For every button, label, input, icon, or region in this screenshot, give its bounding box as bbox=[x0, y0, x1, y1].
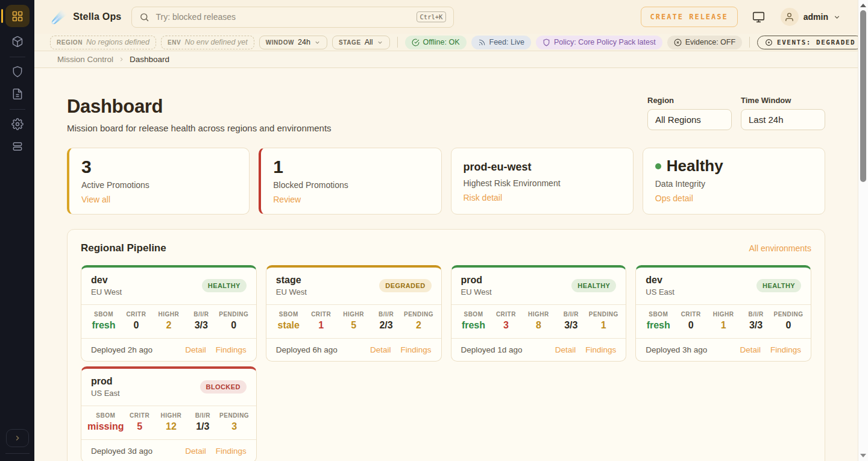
deployed-timestamp: Deployed 6h ago bbox=[276, 345, 338, 354]
stat-value: 1/3 bbox=[187, 421, 218, 432]
x-circle-icon bbox=[674, 39, 682, 46]
scrollbar[interactable] bbox=[858, 0, 868, 461]
create-release-button[interactable]: CREATE RELEASE bbox=[641, 7, 738, 27]
review-link[interactable]: Review bbox=[273, 195, 301, 204]
region-filter[interactable]: REGION No regions defined bbox=[50, 36, 156, 49]
app-title: Stella Ops bbox=[73, 11, 121, 22]
stat-value: missing bbox=[87, 421, 124, 432]
stat-value: 0 bbox=[772, 320, 805, 331]
stat-label: B/I/R bbox=[740, 311, 772, 318]
stat-label: PENDING bbox=[587, 311, 620, 318]
check-circle-icon bbox=[412, 39, 420, 46]
detail-link[interactable]: Detail bbox=[555, 345, 576, 354]
region-select[interactable]: All Regions bbox=[647, 109, 732, 130]
metric-label: Highest Risk Environment bbox=[464, 178, 621, 188]
green-status-dot bbox=[655, 163, 661, 169]
avatar bbox=[781, 8, 799, 26]
findings-link[interactable]: Findings bbox=[400, 345, 431, 354]
sidebar-item-releases[interactable] bbox=[5, 34, 30, 49]
stat-label: B/I/R bbox=[555, 311, 587, 318]
search-icon bbox=[139, 12, 149, 22]
sidebar-item-documents[interactable] bbox=[5, 86, 30, 102]
pipeline-card: prod EU West HEALTHY SBOMfresh CRITR3 HI… bbox=[451, 265, 627, 362]
scroll-up-arrow[interactable] bbox=[860, 4, 866, 7]
env-region: EU West bbox=[91, 287, 122, 296]
breadcrumb-parent[interactable]: Mission Control bbox=[57, 55, 113, 64]
divider bbox=[749, 37, 750, 48]
env-region: US East bbox=[646, 287, 675, 296]
status-badge: HEALTHY bbox=[756, 279, 801, 292]
policy-status-pill[interactable]: Policy: Core Policy Pack latest bbox=[536, 36, 662, 49]
region-filter-value: No regions defined bbox=[86, 38, 149, 46]
findings-link[interactable]: Findings bbox=[585, 345, 616, 354]
stat-label: B/I/R bbox=[185, 311, 218, 318]
stat-label: HIGHR bbox=[156, 412, 187, 419]
stat-value: 3/3 bbox=[185, 320, 218, 331]
stat-label: CRITR bbox=[124, 412, 155, 419]
stat-label: CRITR bbox=[489, 311, 522, 318]
deployed-timestamp: Deployed 3d ago bbox=[91, 447, 153, 456]
time-window-select[interactable]: Last 24h bbox=[741, 109, 825, 130]
app-logo: ☄️ bbox=[51, 10, 67, 24]
sidebar bbox=[0, 0, 34, 461]
deployed-timestamp: Deployed 3h ago bbox=[646, 345, 707, 354]
detail-link[interactable]: Detail bbox=[740, 345, 761, 354]
findings-link[interactable]: Findings bbox=[770, 345, 801, 354]
status-badge: DEGRADED bbox=[379, 279, 431, 292]
env-filter[interactable]: ENV No env defined yet bbox=[161, 36, 254, 49]
scrollbar-thumb[interactable] bbox=[860, 10, 866, 182]
evidence-status-pill[interactable]: Evidence: OFF bbox=[667, 36, 742, 49]
sidebar-divider bbox=[5, 453, 30, 454]
monitor-icon[interactable] bbox=[752, 11, 765, 24]
sidebar-item-settings[interactable] bbox=[5, 116, 30, 132]
env-name: prod bbox=[91, 376, 120, 387]
summary-card-highest-risk: prod-eu-west Highest Risk Environment Ri… bbox=[451, 148, 634, 215]
scroll-down-arrow[interactable] bbox=[860, 454, 866, 457]
stat-value: 1 bbox=[305, 320, 338, 331]
rss-icon bbox=[478, 39, 486, 46]
stat-value: fresh bbox=[642, 320, 675, 331]
sidebar-item-security[interactable] bbox=[5, 64, 30, 80]
stat-label: PENDING bbox=[403, 311, 435, 318]
dashboard-grid-icon bbox=[11, 10, 24, 22]
sidebar-expand-button[interactable] bbox=[6, 429, 29, 447]
stat-label: SBOM bbox=[272, 311, 305, 318]
chevron-down-icon bbox=[377, 39, 383, 46]
all-environments-link[interactable]: All environments bbox=[749, 243, 812, 253]
sidebar-item-servers[interactable] bbox=[5, 139, 30, 154]
stat-value: 0 bbox=[120, 320, 153, 331]
detail-link[interactable]: Detail bbox=[370, 345, 391, 354]
user-menu[interactable]: admin bbox=[781, 8, 841, 26]
events-status-pill[interactable]: EVENTS: DEGRADED bbox=[757, 36, 863, 49]
env-region: US East bbox=[91, 389, 120, 398]
offline-status-pill[interactable]: Offline: OK bbox=[405, 36, 467, 49]
findings-link[interactable]: Findings bbox=[216, 447, 247, 456]
findings-link[interactable]: Findings bbox=[216, 345, 247, 354]
time-window-select-group: Time Window Last 24h bbox=[741, 96, 825, 130]
risk-detail-link[interactable]: Risk detail bbox=[464, 193, 503, 202]
shield-icon bbox=[542, 39, 550, 46]
search-input[interactable] bbox=[156, 12, 416, 22]
sidebar-item-dashboard[interactable] bbox=[5, 5, 30, 27]
env-name: dev bbox=[646, 275, 675, 286]
stat-value: 0 bbox=[675, 320, 707, 331]
view-all-link[interactable]: View all bbox=[81, 195, 110, 204]
sidebar-divider bbox=[10, 57, 25, 57]
stat-value: 5 bbox=[124, 421, 155, 432]
window-filter-label: WINDOW bbox=[266, 39, 294, 46]
stage-filter[interactable]: STAGE All bbox=[332, 36, 390, 49]
feed-status-pill[interactable]: Feed: Live bbox=[471, 36, 531, 49]
env-filter-label: ENV bbox=[168, 39, 181, 46]
status-badge: HEALTHY bbox=[571, 279, 616, 292]
stat-label: B/I/R bbox=[187, 412, 218, 419]
global-search[interactable]: Ctrl+K bbox=[131, 7, 454, 28]
detail-link[interactable]: Detail bbox=[185, 447, 206, 456]
stat-label: HIGHR bbox=[153, 311, 185, 318]
detail-link[interactable]: Detail bbox=[185, 345, 206, 354]
deployed-timestamp: Deployed 1d ago bbox=[461, 345, 523, 354]
ops-detail-link[interactable]: Ops detail bbox=[655, 193, 693, 203]
stat-label: SBOM bbox=[458, 311, 490, 318]
breadcrumb: Mission Control Dashboard bbox=[34, 51, 858, 68]
window-filter[interactable]: WINDOW 24h bbox=[259, 36, 327, 49]
divider bbox=[397, 37, 398, 48]
